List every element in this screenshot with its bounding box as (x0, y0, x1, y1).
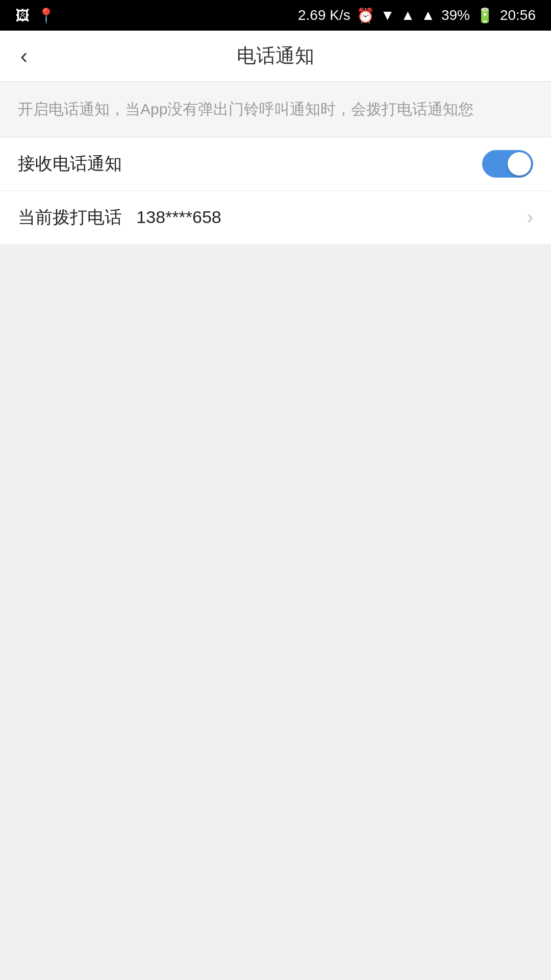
receive-notification-row: 接收电话通知 (0, 137, 551, 191)
toggle-knob (508, 152, 531, 176)
status-left: 🖼 📍 (15, 7, 55, 24)
receive-notification-label: 接收电话通知 (18, 152, 122, 176)
image-icon: 🖼 (15, 7, 30, 24)
nav-bar: ‹ 电话通知 (0, 31, 551, 82)
signal-icon2: ▲ (421, 7, 435, 23)
empty-content-area (0, 244, 551, 964)
current-phone-value: › (527, 207, 533, 228)
receive-notification-toggle[interactable] (482, 150, 533, 178)
network-speed: 2.69 K/s (298, 7, 350, 23)
status-bar: 🖼 📍 2.69 K/s ⏰ ▼ ▲ ▲ 39% 🔋 20:56 (0, 0, 551, 31)
wifi-icon: ▼ (381, 7, 395, 23)
description-section: 开启电话通知，当App没有弹出门铃呼叫通知时，会拨打电话通知您 (0, 82, 551, 137)
battery-percent: 39% (441, 7, 470, 23)
current-phone-row[interactable]: 当前拨打电话 138****658 › (0, 191, 551, 244)
battery-icon: 🔋 (476, 7, 494, 24)
settings-list: 接收电话通知 当前拨打电话 138****658 › (0, 137, 551, 244)
location-icon: 📍 (37, 7, 55, 24)
status-right: 2.69 K/s ⏰ ▼ ▲ ▲ 39% 🔋 20:56 (298, 7, 536, 24)
back-button[interactable]: ‹ (15, 39, 33, 74)
current-phone-label: 当前拨打电话 138****658 (18, 206, 221, 229)
description-text: 开启电话通知，当App没有弹出门铃呼叫通知时，会拨打电话通知您 (18, 97, 533, 121)
signal-icon1: ▲ (400, 7, 415, 23)
page-title: 电话通知 (237, 43, 314, 69)
chevron-right-icon: › (527, 207, 533, 228)
clock: 20:56 (500, 7, 536, 23)
alarm-icon: ⏰ (357, 7, 374, 24)
